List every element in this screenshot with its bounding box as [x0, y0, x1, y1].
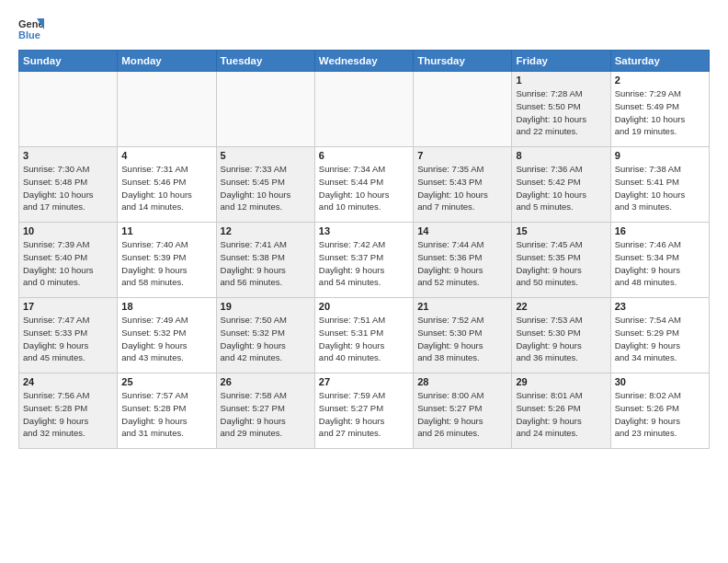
day-info: Sunrise: 7:29 AM Sunset: 5:49 PM Dayligh… — [615, 87, 705, 138]
calendar-cell: 14Sunrise: 7:44 AM Sunset: 5:36 PM Dayli… — [414, 223, 512, 298]
calendar-cell: 19Sunrise: 7:50 AM Sunset: 5:32 PM Dayli… — [216, 298, 314, 373]
day-info: Sunrise: 7:57 AM Sunset: 5:28 PM Dayligh… — [121, 389, 211, 440]
header: General Blue — [18, 15, 710, 40]
calendar-week-1: 3Sunrise: 7:30 AM Sunset: 5:48 PM Daylig… — [19, 147, 710, 223]
weekday-header-saturday: Saturday — [610, 51, 709, 72]
day-info: Sunrise: 7:53 AM Sunset: 5:30 PM Dayligh… — [516, 314, 606, 364]
day-info: Sunrise: 7:28 AM Sunset: 5:50 PM Dayligh… — [516, 87, 606, 138]
svg-text:Blue: Blue — [18, 29, 40, 40]
weekday-header-monday: Monday — [118, 51, 216, 72]
day-number: 16 — [615, 225, 705, 236]
day-number: 22 — [516, 301, 606, 312]
calendar-cell — [414, 72, 512, 147]
day-number: 2 — [615, 75, 705, 86]
day-info: Sunrise: 7:50 AM Sunset: 5:32 PM Dayligh… — [221, 314, 311, 364]
day-number: 30 — [615, 376, 705, 387]
page: General Blue SundayMondayTuesdayWednesda… — [0, 0, 728, 458]
day-info: Sunrise: 7:40 AM Sunset: 5:39 PM Dayligh… — [121, 238, 211, 289]
day-number: 17 — [23, 301, 113, 312]
calendar-cell: 5Sunrise: 7:33 AM Sunset: 5:45 PM Daylig… — [216, 147, 314, 223]
calendar-cell: 3Sunrise: 7:30 AM Sunset: 5:48 PM Daylig… — [19, 147, 118, 223]
calendar-cell: 26Sunrise: 7:58 AM Sunset: 5:27 PM Dayli… — [216, 373, 314, 449]
day-number: 18 — [121, 301, 211, 312]
calendar-week-3: 17Sunrise: 7:47 AM Sunset: 5:33 PM Dayli… — [19, 298, 710, 373]
day-info: Sunrise: 7:47 AM Sunset: 5:33 PM Dayligh… — [23, 314, 113, 364]
day-info: Sunrise: 7:31 AM Sunset: 5:46 PM Dayligh… — [121, 163, 211, 213]
day-info: Sunrise: 7:34 AM Sunset: 5:44 PM Dayligh… — [319, 163, 409, 213]
day-number: 6 — [319, 150, 409, 161]
day-info: Sunrise: 7:56 AM Sunset: 5:28 PM Dayligh… — [23, 389, 113, 440]
day-info: Sunrise: 7:42 AM Sunset: 5:37 PM Dayligh… — [319, 238, 409, 289]
calendar-cell: 11Sunrise: 7:40 AM Sunset: 5:39 PM Dayli… — [118, 223, 216, 298]
day-info: Sunrise: 7:59 AM Sunset: 5:27 PM Dayligh… — [319, 389, 409, 440]
calendar-cell: 8Sunrise: 7:36 AM Sunset: 5:42 PM Daylig… — [512, 147, 610, 223]
day-info: Sunrise: 8:01 AM Sunset: 5:26 PM Dayligh… — [516, 389, 606, 440]
day-number: 12 — [221, 225, 311, 236]
day-number: 1 — [516, 75, 606, 86]
day-number: 19 — [221, 301, 311, 312]
day-number: 4 — [121, 150, 211, 161]
day-info: Sunrise: 7:51 AM Sunset: 5:31 PM Dayligh… — [319, 314, 409, 364]
day-number: 8 — [516, 150, 606, 161]
calendar-cell: 16Sunrise: 7:46 AM Sunset: 5:34 PM Dayli… — [610, 223, 709, 298]
calendar-cell: 4Sunrise: 7:31 AM Sunset: 5:46 PM Daylig… — [118, 147, 216, 223]
day-number: 9 — [615, 150, 705, 161]
day-info: Sunrise: 7:46 AM Sunset: 5:34 PM Dayligh… — [615, 238, 705, 289]
day-info: Sunrise: 7:38 AM Sunset: 5:41 PM Dayligh… — [615, 163, 705, 213]
day-number: 7 — [417, 150, 507, 161]
day-info: Sunrise: 7:35 AM Sunset: 5:43 PM Dayligh… — [417, 163, 507, 213]
day-info: Sunrise: 7:30 AM Sunset: 5:48 PM Dayligh… — [23, 163, 113, 213]
day-number: 5 — [221, 150, 311, 161]
day-info: Sunrise: 8:02 AM Sunset: 5:26 PM Dayligh… — [615, 389, 705, 440]
day-info: Sunrise: 7:39 AM Sunset: 5:40 PM Dayligh… — [23, 238, 113, 289]
day-number: 15 — [516, 225, 606, 236]
calendar-table: SundayMondayTuesdayWednesdayThursdayFrid… — [18, 50, 710, 449]
calendar-cell: 29Sunrise: 8:01 AM Sunset: 5:26 PM Dayli… — [512, 373, 610, 449]
day-info: Sunrise: 7:45 AM Sunset: 5:35 PM Dayligh… — [516, 238, 606, 289]
calendar-week-2: 10Sunrise: 7:39 AM Sunset: 5:40 PM Dayli… — [19, 223, 710, 298]
calendar-week-4: 24Sunrise: 7:56 AM Sunset: 5:28 PM Dayli… — [19, 373, 710, 449]
calendar-cell: 6Sunrise: 7:34 AM Sunset: 5:44 PM Daylig… — [314, 147, 413, 223]
day-number: 27 — [319, 376, 409, 387]
day-number: 3 — [23, 150, 113, 161]
calendar-header-row: SundayMondayTuesdayWednesdayThursdayFrid… — [19, 51, 710, 72]
calendar-cell: 7Sunrise: 7:35 AM Sunset: 5:43 PM Daylig… — [414, 147, 512, 223]
day-number: 11 — [121, 225, 211, 236]
calendar-week-0: 1Sunrise: 7:28 AM Sunset: 5:50 PM Daylig… — [19, 72, 710, 147]
calendar-cell: 23Sunrise: 7:54 AM Sunset: 5:29 PM Dayli… — [610, 298, 709, 373]
day-info: Sunrise: 7:44 AM Sunset: 5:36 PM Dayligh… — [417, 238, 507, 289]
calendar-cell — [118, 72, 216, 147]
calendar-cell: 10Sunrise: 7:39 AM Sunset: 5:40 PM Dayli… — [19, 223, 118, 298]
calendar-cell: 30Sunrise: 8:02 AM Sunset: 5:26 PM Dayli… — [610, 373, 709, 449]
calendar-cell — [19, 72, 118, 147]
day-number: 14 — [417, 225, 507, 236]
weekday-header-friday: Friday — [512, 51, 610, 72]
day-number: 13 — [319, 225, 409, 236]
calendar-cell: 27Sunrise: 7:59 AM Sunset: 5:27 PM Dayli… — [314, 373, 413, 449]
calendar-cell — [314, 72, 413, 147]
calendar-cell: 24Sunrise: 7:56 AM Sunset: 5:28 PM Dayli… — [19, 373, 118, 449]
day-info: Sunrise: 7:52 AM Sunset: 5:30 PM Dayligh… — [417, 314, 507, 364]
day-number: 29 — [516, 376, 606, 387]
day-number: 28 — [417, 376, 507, 387]
day-info: Sunrise: 8:00 AM Sunset: 5:27 PM Dayligh… — [417, 389, 507, 440]
calendar-cell: 21Sunrise: 7:52 AM Sunset: 5:30 PM Dayli… — [414, 298, 512, 373]
calendar-cell: 20Sunrise: 7:51 AM Sunset: 5:31 PM Dayli… — [314, 298, 413, 373]
calendar-cell: 15Sunrise: 7:45 AM Sunset: 5:35 PM Dayli… — [512, 223, 610, 298]
day-info: Sunrise: 7:36 AM Sunset: 5:42 PM Dayligh… — [516, 163, 606, 213]
day-number: 10 — [23, 225, 113, 236]
weekday-header-sunday: Sunday — [19, 51, 118, 72]
calendar-cell: 13Sunrise: 7:42 AM Sunset: 5:37 PM Dayli… — [314, 223, 413, 298]
day-number: 20 — [319, 301, 409, 312]
calendar-cell: 1Sunrise: 7:28 AM Sunset: 5:50 PM Daylig… — [512, 72, 610, 147]
day-info: Sunrise: 7:41 AM Sunset: 5:38 PM Dayligh… — [221, 238, 311, 289]
calendar-cell — [216, 72, 314, 147]
weekday-header-tuesday: Tuesday — [216, 51, 314, 72]
day-number: 21 — [417, 301, 507, 312]
day-info: Sunrise: 7:54 AM Sunset: 5:29 PM Dayligh… — [615, 314, 705, 364]
calendar-cell: 17Sunrise: 7:47 AM Sunset: 5:33 PM Dayli… — [19, 298, 118, 373]
day-number: 23 — [615, 301, 705, 312]
calendar-cell: 18Sunrise: 7:49 AM Sunset: 5:32 PM Dayli… — [118, 298, 216, 373]
calendar-cell: 9Sunrise: 7:38 AM Sunset: 5:41 PM Daylig… — [610, 147, 709, 223]
calendar-cell: 12Sunrise: 7:41 AM Sunset: 5:38 PM Dayli… — [216, 223, 314, 298]
